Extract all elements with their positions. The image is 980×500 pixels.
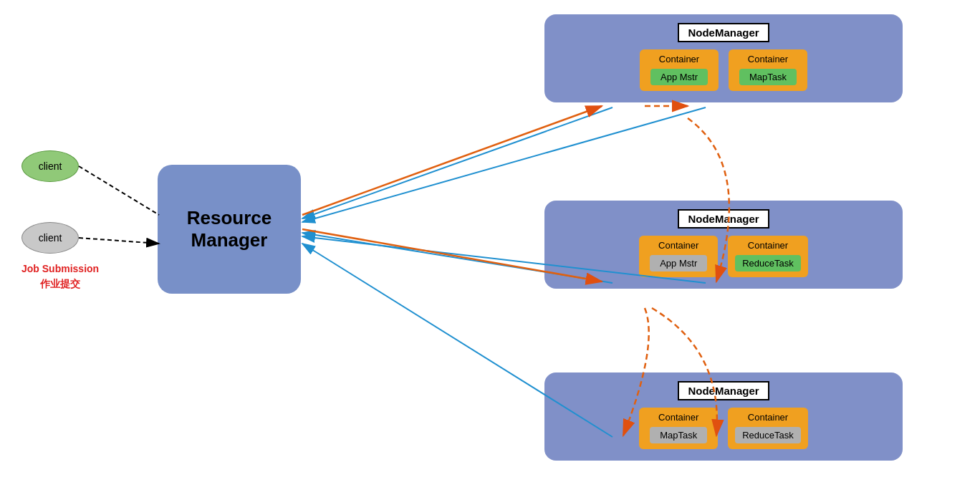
nm3-container-1: Container MapTask (639, 408, 718, 449)
nm2-task-appmaster: App Mstr (650, 255, 707, 271)
client-gray: client (21, 222, 79, 254)
nm3-title: NodeManager (678, 381, 769, 400)
nm2-container-2: Container ReduceTask (728, 236, 808, 277)
client-green-label: client (39, 160, 62, 172)
nm3-container-2: Container ReduceTask (728, 408, 808, 449)
job-submission-label: Job Submission 作业提交 (21, 261, 99, 292)
client-gray-arrow (79, 238, 159, 244)
client-green: client (21, 150, 79, 182)
diagram: client client Job Submission 作业提交 Resour… (0, 0, 980, 500)
nm1-task-appmaster: App Mstr (650, 69, 708, 85)
nm3-task-reducetask: ReduceTask (735, 427, 801, 443)
nm2-title: NodeManager (678, 209, 769, 229)
client-green-arrow (79, 166, 159, 215)
resource-manager-box: Resource Manager (158, 165, 301, 294)
orange-line-nm1-appmstr (302, 106, 602, 215)
nm1-container-1: Container App Mstr (640, 49, 719, 91)
nm2-task-reducetask: ReduceTask (735, 255, 801, 271)
client-gray-label: client (39, 232, 62, 244)
nm1-title: NodeManager (678, 23, 769, 42)
nm1-container-2: Container MapTask (729, 49, 807, 91)
node-manager-2: NodeManager Container App Mstr Container… (544, 201, 903, 289)
node-manager-3: NodeManager Container MapTask Container … (544, 372, 903, 461)
nm2-container-1: Container App Mstr (639, 236, 718, 277)
resource-manager-label: Resource Manager (187, 207, 272, 251)
nm3-task-maptask: MapTask (650, 427, 707, 443)
nm1-task-maptask: MapTask (739, 69, 797, 85)
node-manager-1: NodeManager Container App Mstr Container… (544, 14, 903, 102)
